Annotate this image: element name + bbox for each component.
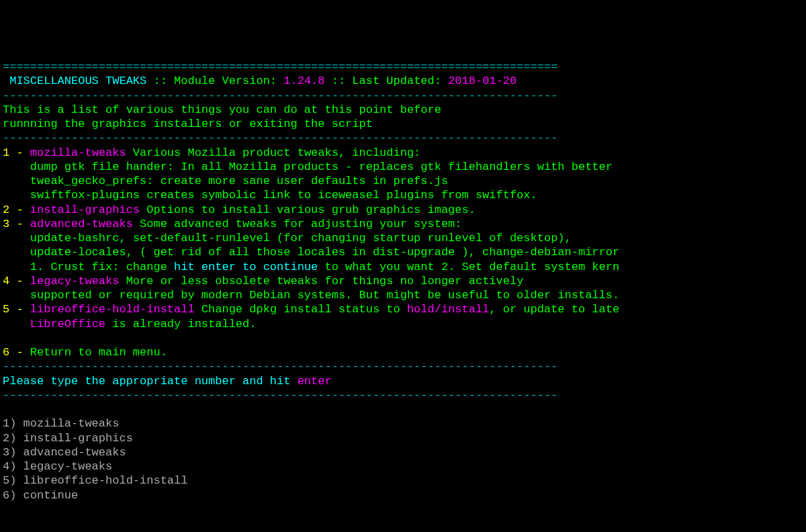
version-label: Module Version: — [174, 75, 283, 87]
highlight-phrase: LibreOffice — [30, 318, 105, 330]
menu-option[interactable]: 1) mozilla-tweaks — [3, 417, 119, 430]
item-desc: Return to main menu. — [30, 346, 167, 359]
item-desc — [3, 318, 30, 330]
item-desc: is already installed. — [105, 318, 256, 330]
item-desc: More or less obsolete tweaks for things … — [126, 275, 524, 287]
prompt-key: enter — [298, 375, 332, 388]
item-desc: update-locales, ( get rid of all those l… — [3, 246, 619, 259]
item-desc: tweak_gecko_prefs: create more sane user… — [3, 175, 448, 187]
item-desc: to what you want 2. Set default system k… — [318, 261, 619, 273]
item-number: 2 - — [3, 204, 30, 216]
item-desc: 1. Crust fix: change — [3, 261, 174, 273]
item-desc: supported or required by modern Debian s… — [3, 289, 619, 302]
updated-value: 2018-01-20 — [448, 75, 517, 87]
item-desc: dump gtk file hander: In all Mozilla pro… — [3, 161, 613, 173]
intro-line-1: This is a list of various things you can… — [3, 103, 441, 116]
sep: :: — [153, 75, 174, 87]
item-number: 1 - — [3, 146, 30, 159]
item-number: 4 - — [3, 275, 30, 287]
updated-label: Last Updated: — [352, 75, 448, 87]
highlight-phrase: hold/install — [407, 303, 489, 316]
item-desc: Change dpkg install status to — [202, 303, 407, 316]
module-title: MISCELLANEOUS TWEAKS — [3, 75, 153, 87]
highlight-phrase: hit enter to continue — [174, 261, 318, 273]
item-desc: update-bashrc, set-default-runlevel (for… — [3, 232, 572, 245]
divider: ----------------------------------------… — [3, 132, 557, 144]
item-key: advanced-tweaks — [30, 218, 140, 230]
menu-option[interactable]: 6) continue — [3, 489, 78, 502]
menu-option[interactable]: 2) install-graphics — [3, 432, 133, 445]
item-key: mozilla-tweaks — [30, 146, 133, 159]
item-desc: Some advanced tweaks for adjusting your … — [140, 218, 461, 230]
item-key: libreoffice-hold-install — [30, 303, 202, 316]
header-border-top: ========================================… — [3, 60, 557, 73]
intro-line-2: runnning the graphics installers or exit… — [3, 118, 373, 130]
menu-option[interactable]: 5) libreoffice-hold-install — [3, 474, 187, 487]
divider: ----------------------------------------… — [3, 89, 557, 102]
item-desc: , or update to late — [489, 303, 619, 316]
menu-option[interactable]: 4) legacy-tweaks — [3, 460, 112, 473]
version-value: 1.24.8 — [283, 75, 331, 87]
divider: ----------------------------------------… — [3, 360, 557, 373]
item-number: 3 - — [3, 218, 30, 230]
item-desc: Various Mozilla product tweaks, includin… — [133, 146, 420, 159]
prompt-text: Please type the appropriate number and h… — [3, 375, 298, 388]
item-number: 5 - — [3, 303, 30, 316]
item-key: legacy-tweaks — [30, 275, 126, 287]
item-desc: Options to install various grub graphics… — [146, 204, 476, 216]
item-number: 6 - — [3, 346, 30, 359]
divider: ----------------------------------------… — [3, 389, 557, 402]
item-desc: swiftfox-plugins creates symbolic link t… — [3, 189, 537, 202]
item-key: install-graphics — [30, 204, 146, 216]
menu-option[interactable]: 3) advanced-tweaks — [3, 446, 126, 459]
sep: :: — [332, 75, 353, 87]
